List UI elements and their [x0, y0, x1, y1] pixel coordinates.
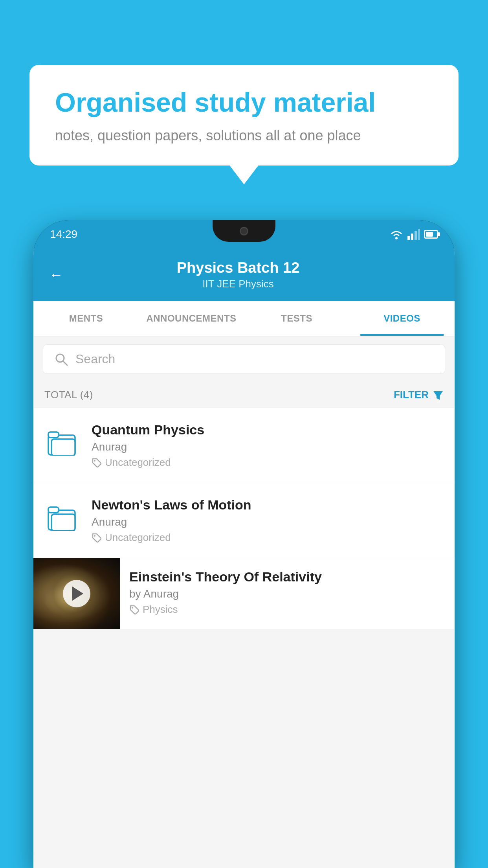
video-item-content: Einstein's Theory Of Relativity by Anura…: [120, 558, 455, 627]
video-title: Einstein's Theory Of Relativity: [129, 569, 445, 585]
status-time: 14:29: [50, 228, 77, 241]
svg-rect-2: [411, 234, 413, 240]
tab-ments[interactable]: MENTS: [33, 301, 139, 336]
tag-label: Physics: [143, 603, 178, 616]
play-button[interactable]: [63, 580, 90, 607]
tabs-bar: MENTS ANNOUNCEMENTS TESTS VIDEOS: [33, 301, 455, 337]
back-button[interactable]: ←: [49, 267, 63, 283]
filter-icon: [433, 390, 444, 401]
item-author: Anurag: [92, 516, 443, 528]
header-title: Physics Batch 12: [75, 259, 401, 276]
video-tag: Physics: [129, 603, 445, 616]
item-content: Quantum Physics Anurag Uncategorized: [92, 422, 443, 469]
search-box[interactable]: Search: [43, 344, 445, 374]
item-icon-area: [45, 424, 81, 459]
svg-rect-4: [418, 229, 420, 240]
battery-icon: [424, 230, 438, 239]
folder-icon: [48, 502, 78, 531]
tag-icon: [92, 458, 102, 468]
list-item[interactable]: Newton's Laws of Motion Anurag Uncategor…: [33, 483, 455, 558]
svg-rect-1: [407, 236, 410, 240]
folder-icon: [48, 427, 78, 456]
svg-point-16: [132, 607, 133, 609]
video-thumbnail: [33, 558, 120, 629]
svg-rect-3: [415, 231, 417, 240]
item-icon-area: [45, 499, 81, 534]
status-icons: [389, 229, 438, 240]
item-title: Quantum Physics: [92, 422, 443, 438]
signal-icon: [407, 229, 420, 240]
search-icon: [54, 352, 68, 366]
svg-marker-7: [433, 391, 443, 400]
svg-line-6: [63, 361, 67, 365]
list-item-video[interactable]: Einstein's Theory Of Relativity by Anura…: [33, 558, 455, 629]
tag-label: Uncategorized: [105, 531, 171, 544]
header-title-area: Physics Batch 12 IIT JEE Physics: [75, 259, 401, 290]
item-tag: Uncategorized: [92, 531, 443, 544]
item-content: Newton's Laws of Motion Anurag Uncategor…: [92, 497, 443, 544]
tab-announcements[interactable]: ANNOUNCEMENTS: [139, 301, 244, 336]
tab-tests[interactable]: TESTS: [244, 301, 349, 336]
bubble-title: Organised study material: [55, 86, 433, 119]
subtitle-iit: IIT JEE: [202, 278, 236, 290]
item-tag: Uncategorized: [92, 456, 443, 469]
wifi-icon: [389, 229, 404, 240]
total-count-label: TOTAL (4): [44, 389, 93, 401]
tag-icon: [92, 533, 102, 543]
svg-rect-14: [51, 514, 75, 531]
content-list: Quantum Physics Anurag Uncategorized: [33, 408, 455, 629]
header-subtitle: IIT JEE Physics: [75, 278, 401, 290]
subtitle-physics: Physics: [238, 278, 274, 290]
phone-notch: [213, 220, 275, 242]
svg-point-15: [94, 535, 95, 537]
video-author: by Anurag: [129, 588, 445, 600]
front-camera: [240, 227, 248, 235]
play-triangle-icon: [72, 587, 83, 601]
svg-rect-10: [51, 439, 75, 456]
tag-label: Uncategorized: [105, 456, 171, 469]
phone-frame: 14:29: [33, 220, 455, 868]
app-header: ← Physics Batch 12 IIT JEE Physics: [33, 248, 455, 301]
tag-icon: [129, 605, 139, 615]
filter-button[interactable]: FILTER: [394, 389, 444, 401]
list-item[interactable]: Quantum Physics Anurag Uncategorized: [33, 408, 455, 483]
svg-point-11: [94, 460, 95, 462]
phone-screen: ← Physics Batch 12 IIT JEE Physics MENTS…: [33, 248, 455, 868]
svg-rect-9: [48, 432, 59, 438]
filter-bar: TOTAL (4) FILTER: [33, 382, 455, 408]
item-author: Anurag: [92, 441, 443, 453]
filter-label: FILTER: [394, 389, 429, 401]
tab-videos[interactable]: VIDEOS: [349, 301, 455, 336]
speech-bubble-wrapper: Organised study material notes, question…: [29, 65, 459, 166]
item-title: Newton's Laws of Motion: [92, 497, 443, 513]
search-container: Search: [33, 337, 455, 382]
bubble-subtitle: notes, question papers, solutions all at…: [55, 127, 433, 144]
svg-point-0: [395, 237, 398, 239]
search-placeholder: Search: [75, 352, 115, 366]
speech-bubble: Organised study material notes, question…: [29, 65, 459, 166]
svg-rect-13: [48, 507, 59, 513]
